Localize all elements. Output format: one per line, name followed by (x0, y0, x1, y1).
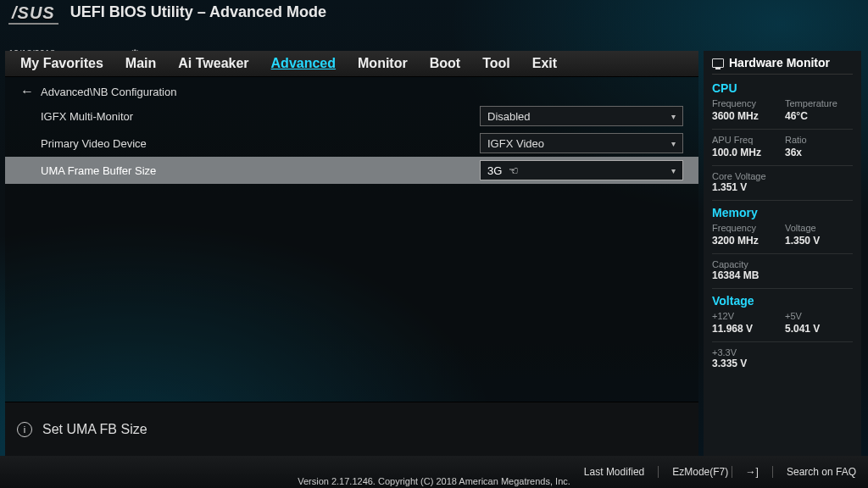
voltage-12v: 11.968 V (712, 323, 780, 335)
voltage-3v3: 3.335 V (712, 358, 853, 369)
core-voltage: 1.351 V (712, 181, 853, 193)
version-text: Version 2.17.1246. Copyright (C) 2018 Am… (0, 476, 868, 486)
select-primary-video-device[interactable]: IGFX Video ▾ (480, 133, 683, 153)
monitor-icon (712, 58, 724, 68)
chevron-down-icon: ▾ (671, 166, 676, 175)
tab-my-favorites[interactable]: My Favorites (20, 56, 103, 71)
chevron-down-icon: ▾ (671, 139, 676, 148)
hw-section-voltage: Voltage (712, 294, 853, 308)
cursor-icon: ☜ (509, 164, 519, 177)
tab-boot[interactable]: Boot (430, 56, 460, 71)
tab-monitor[interactable]: Monitor (358, 56, 408, 71)
tab-ai-tweaker[interactable]: Ai Tweaker (178, 56, 248, 71)
help-text: Set UMA FB Size (42, 422, 147, 437)
tab-main[interactable]: Main (125, 56, 156, 71)
tab-advanced[interactable]: Advanced (271, 56, 336, 71)
app-title: UEFI BIOS Utility – Advanced Mode (70, 3, 326, 21)
apu-frequency: 100.0 MHz (712, 147, 780, 158)
info-icon: i (17, 422, 32, 437)
breadcrumb-text: Advanced\NB Configuration (41, 86, 176, 98)
breadcrumb[interactable]: ← Advanced\NB Configuration (5, 77, 698, 103)
cpu-ratio: 36x (785, 147, 853, 158)
setting-label: Primary Video Device (41, 137, 147, 150)
tab-tool[interactable]: Tool (482, 56, 510, 71)
back-arrow-icon[interactable]: ← (20, 84, 34, 99)
brand-logo: /SUS (8, 3, 58, 25)
hardware-monitor-panel: Hardware Monitor CPU Frequency Temperatu… (704, 51, 861, 456)
hw-section-cpu: CPU (712, 81, 853, 95)
memory-frequency: 3200 MHz (712, 235, 780, 247)
hw-section-memory: Memory (712, 206, 853, 219)
help-bar: i Set UMA FB Size (5, 402, 698, 456)
memory-voltage: 1.350 V (785, 235, 853, 247)
select-uma-frame-buffer-size[interactable]: 3G ☜ ▾ (480, 160, 683, 180)
cpu-temperature: 46°C (785, 110, 853, 122)
select-igfx-multi-monitor[interactable]: Disabled ▾ (480, 106, 683, 126)
setting-uma-frame-buffer-size[interactable]: UMA Frame Buffer Size 3G ☜ ▾ (5, 157, 698, 184)
hw-title: Hardware Monitor (712, 56, 853, 75)
memory-capacity: 16384 MB (712, 269, 853, 281)
voltage-5v: 5.041 V (785, 323, 853, 335)
main-tabs: My Favorites Main Ai Tweaker Advanced Mo… (5, 51, 698, 77)
setting-label: IGFX Multi-Monitor (41, 110, 133, 123)
setting-label: UMA Frame Buffer Size (41, 164, 156, 177)
setting-primary-video-device[interactable]: Primary Video Device IGFX Video ▾ (5, 130, 698, 157)
cpu-frequency: 3600 MHz (712, 110, 780, 122)
setting-igfx-multi-monitor[interactable]: IGFX Multi-Monitor Disabled ▾ (5, 103, 698, 130)
chevron-down-icon: ▾ (671, 112, 676, 121)
tab-exit[interactable]: Exit (532, 56, 557, 71)
